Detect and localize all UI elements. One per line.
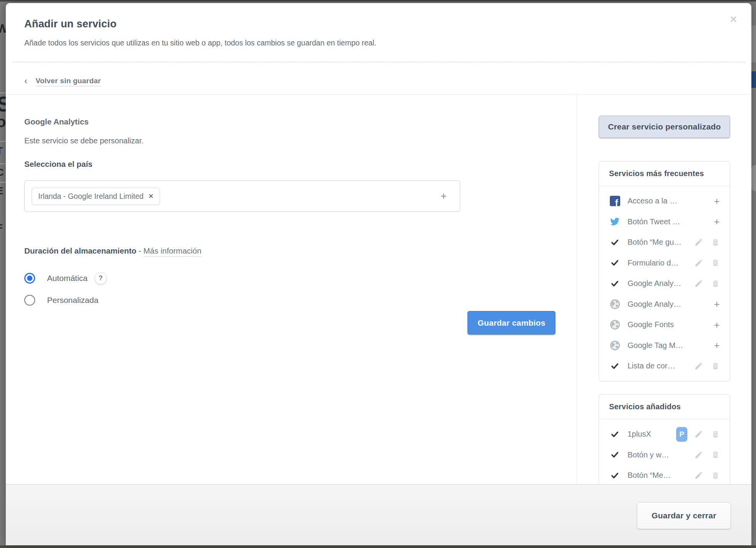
- storage-duration-label: Duración del almacenamiento: [24, 246, 137, 255]
- save-and-close-button[interactable]: Guardar y cerrar: [637, 502, 731, 529]
- edit-pencil-icon[interactable]: [694, 361, 703, 370]
- edit-pencil-icon[interactable]: [694, 259, 703, 267]
- background-text-fragment: E: [0, 186, 3, 196]
- background-page-right-strip: [751, 0, 756, 548]
- check-icon: [609, 237, 621, 248]
- service-label: Botón Tweet …: [628, 217, 693, 226]
- service-actions: [693, 450, 720, 459]
- delete-trash-icon[interactable]: [711, 471, 720, 480]
- service-label: Google Fonts: [628, 320, 693, 329]
- service-row: Google Fonts+: [609, 314, 720, 335]
- chevron-left-icon: ‹: [24, 76, 27, 86]
- edit-pencil-icon[interactable]: [694, 238, 703, 247]
- service-actions: [693, 430, 720, 439]
- back-without-saving-link[interactable]: Volver sin guardar: [35, 77, 101, 86]
- modal-title: Añadir un servicio: [24, 18, 733, 29]
- help-icon[interactable]: ?: [94, 272, 107, 284]
- create-custom-service-button[interactable]: Crear servicio personalizado: [599, 116, 730, 138]
- service-actions: [693, 279, 720, 288]
- add-country-icon[interactable]: +: [440, 191, 447, 202]
- service-label: 1plusX: [628, 430, 676, 439]
- edit-pencil-icon[interactable]: [694, 451, 703, 459]
- more-info-link[interactable]: Más información: [143, 246, 201, 257]
- close-icon[interactable]: ✕: [729, 15, 737, 24]
- facebook-icon: f: [609, 196, 621, 207]
- service-label: Lista de cor…: [628, 361, 693, 370]
- background-text-fragment: F: [0, 223, 3, 233]
- service-actions: [693, 471, 720, 480]
- delete-trash-icon[interactable]: [711, 258, 720, 267]
- added-services-title: Servicios añadidos: [599, 395, 730, 419]
- service-actions: +: [693, 217, 720, 227]
- add-service-icon[interactable]: +: [714, 340, 720, 350]
- service-label: Google Tag M…: [628, 341, 693, 350]
- radio-custom[interactable]: [24, 295, 35, 306]
- check-icon: [609, 257, 621, 268]
- service-label: Google Analy…: [628, 300, 693, 309]
- service-actions: +: [693, 340, 720, 350]
- service-label: Botón “Me gu…: [628, 238, 693, 247]
- delete-trash-icon[interactable]: [711, 430, 720, 439]
- service-row: Botón “Me gu…: [609, 232, 720, 253]
- add-service-icon[interactable]: +: [714, 196, 720, 206]
- globe-icon: [609, 340, 621, 351]
- twitter-icon: [609, 216, 621, 227]
- radio-custom-label: Personalizada: [47, 296, 98, 305]
- delete-trash-icon[interactable]: [711, 279, 720, 288]
- service-row: 1plusXP: [609, 424, 720, 445]
- background-text-fragment: o: [0, 114, 6, 129]
- background-text-fragment: C: [0, 167, 4, 177]
- service-row: Lista de cor…: [609, 356, 720, 377]
- service-label: Acceso a la …: [628, 197, 693, 205]
- service-actions: +: [693, 299, 720, 309]
- storage-duration-row: Duración del almacenamiento - Más inform…: [24, 246, 558, 256]
- background-text-fragment: T: [0, 146, 3, 156]
- edit-pencil-icon[interactable]: [694, 279, 703, 288]
- service-row: fAcceso a la …+: [609, 191, 720, 212]
- edit-pencil-icon[interactable]: [694, 471, 703, 480]
- modal-subtitle: Añade todos los servicios que utilizas e…: [24, 39, 733, 47]
- service-label: Google Analy…: [628, 279, 693, 288]
- save-changes-button[interactable]: Guardar cambios: [467, 311, 555, 335]
- edit-pencil-icon[interactable]: [694, 430, 703, 439]
- add-service-icon[interactable]: +: [714, 299, 720, 309]
- remove-tag-icon[interactable]: ✕: [148, 192, 154, 200]
- service-row: Botón y w…: [609, 445, 720, 466]
- check-icon: [609, 361, 621, 371]
- frequent-services-title: Servicios más frecuentes: [599, 161, 730, 186]
- check-icon: [609, 470, 621, 481]
- service-actions: +: [693, 320, 720, 330]
- delete-trash-icon[interactable]: [711, 450, 720, 459]
- service-note: Este servicio se debe personalizar.: [24, 136, 558, 145]
- country-tag-label: Irlanda - Google Ireland Limited: [38, 192, 143, 201]
- service-label: Formulario d…: [628, 259, 693, 267]
- service-config-column: Google Analytics Este servicio se debe p…: [6, 94, 577, 484]
- radio-automatic[interactable]: [24, 273, 35, 284]
- delete-trash-icon[interactable]: [711, 238, 720, 247]
- service-row: Google Analy…+: [609, 294, 720, 315]
- country-select-label: Selecciona el país: [24, 160, 558, 168]
- country-multiselect-input[interactable]: Irlanda - Google Ireland Limited ✕ +: [24, 180, 460, 212]
- check-icon: [609, 278, 621, 289]
- premium-badge: P: [676, 427, 687, 442]
- add-service-icon[interactable]: +: [714, 217, 720, 227]
- delete-trash-icon[interactable]: [711, 361, 720, 371]
- service-actions: [693, 238, 720, 247]
- globe-icon: [609, 299, 621, 309]
- service-label: Botón “Me…: [628, 471, 693, 480]
- background-page-bottom-bar: [0, 545, 756, 548]
- add-service-icon[interactable]: +: [714, 320, 720, 330]
- modal-footer: Guardar y cerrar: [6, 484, 751, 545]
- background-text-fragment: S: [0, 93, 6, 115]
- service-name: Google Analytics: [24, 117, 558, 126]
- frequent-services-panel: Servicios más frecuentes fAcceso a la …+…: [599, 161, 730, 382]
- service-row: Formulario d…: [609, 253, 720, 274]
- service-actions: [693, 361, 720, 371]
- background-page-topline: [0, 0, 756, 2]
- service-row: Google Tag M…+: [609, 335, 720, 356]
- services-sidebar: Crear servicio personalizado Servicios m…: [577, 94, 751, 484]
- background-text-fragment: W: [0, 22, 6, 35]
- service-row: Botón Tweet …+: [609, 212, 720, 232]
- back-row: ‹ Volver sin guardar: [6, 62, 751, 95]
- duration-separator: -: [138, 246, 143, 255]
